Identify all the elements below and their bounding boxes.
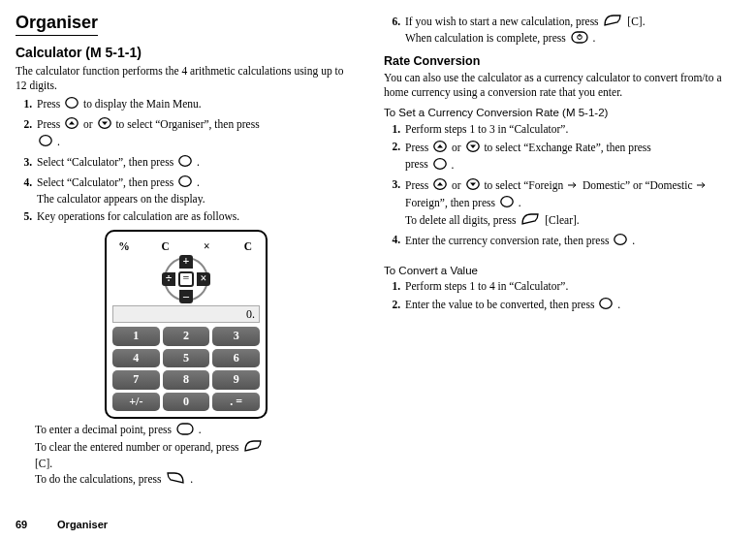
calc-top-cell: C — [154, 238, 177, 255]
menu-code: (M 5-1-2) — [562, 107, 608, 118]
section-heading-rate-conversion: Rate Conversion — [384, 53, 725, 69]
keypad-key: 3 — [212, 327, 260, 346]
text: . — [199, 425, 202, 436]
text: to display the Main Menu. — [83, 98, 202, 110]
text: When calculation is complete, press — [405, 32, 569, 44]
up-key-icon — [65, 116, 79, 134]
subnote-calculate: To do the calculations, press . — [35, 471, 357, 489]
text: . — [190, 473, 193, 485]
text: to select “Exchange Rate”, then press — [484, 141, 650, 152]
center-key-icon — [178, 154, 192, 172]
text: To clear the entered number or operand, … — [35, 441, 241, 453]
text: to select “Organiser”, then press — [115, 118, 259, 130]
text: or — [452, 141, 463, 152]
center-key-icon — [65, 96, 79, 113]
calculator-steps-continued: If you wish to start a new calculation, … — [384, 14, 725, 48]
center-key-icon — [178, 174, 192, 192]
text: to select “Foreign — [484, 178, 566, 190]
calc-top-cell: C — [236, 238, 260, 255]
keypad-key: 8 — [163, 370, 210, 390]
down-key-icon — [466, 177, 480, 195]
text: . — [519, 196, 521, 207]
subnote-decimal: To enter a decimal point, press . — [35, 423, 357, 439]
text: Press — [405, 141, 431, 152]
text: If you wish to start a new calculation, … — [405, 16, 601, 27]
subnote-clear: To clear the entered number or operand, … — [35, 439, 357, 471]
text: . — [197, 176, 200, 188]
center-key-icon — [614, 233, 627, 250]
pill-key-icon — [176, 423, 194, 439]
cross-left: ÷ — [162, 272, 175, 286]
text: Select “Calculator”, then press — [37, 176, 176, 188]
step-5: Key operations for calculation are as fo… — [35, 209, 357, 224]
subheading-set-rate: To Set a Currency Conversion Rate (M 5-1… — [384, 106, 725, 120]
text: . — [451, 158, 454, 170]
set-rate-step-1: Perform steps 1 to 3 in “Calculator”. — [403, 122, 725, 137]
cross-down: – — [179, 290, 193, 303]
convert-step-2: Enter the value to be converted, then pr… — [403, 297, 725, 314]
text: Press — [405, 178, 431, 190]
calc-nav-cross: + – ÷ × = — [164, 257, 208, 301]
set-rate-step-3: Press or to select “Foreign Domestic” or… — [403, 177, 725, 230]
heading-label: Calculator — [16, 45, 81, 60]
up-key-icon — [433, 140, 447, 157]
calc-keypad: 1 2 3 4 5 6 7 8 9 +/- 0 . = — [112, 327, 260, 411]
center-key-icon — [433, 157, 447, 174]
center-key-icon — [500, 195, 514, 212]
keypad-key: 5 — [163, 349, 210, 368]
text: Domestic” or “Domestic — [583, 178, 696, 190]
text: Foreign”, then press — [405, 196, 498, 207]
arrow-right-icon — [568, 178, 578, 193]
keypad-key: 1 — [112, 327, 160, 346]
text: To enter a decimal point, press — [35, 425, 174, 436]
keypad-key: 6 — [212, 349, 260, 368]
subheading-convert-value: To Convert a Value — [384, 264, 725, 278]
keypad-key: +/- — [112, 393, 160, 412]
down-key-icon — [98, 116, 111, 134]
text: [C]. — [627, 16, 645, 27]
keypad-key: 9 — [212, 370, 260, 390]
text: or — [83, 118, 95, 130]
keypad-key: . = — [212, 393, 260, 412]
page-section: Organiser — [57, 519, 108, 530]
center-key-icon — [39, 134, 52, 151]
end-key-icon — [571, 31, 588, 48]
calc-top-row: % C × C — [112, 238, 260, 255]
step-4-note: The calculator appears on the display. — [37, 192, 357, 206]
set-rate-steps: Perform steps 1 to 3 in “Calculator”. Pr… — [384, 122, 725, 250]
text: . — [197, 156, 200, 168]
up-key-icon — [433, 177, 447, 195]
set-rate-step-2: Press or to select “Exchange Rate”, then… — [403, 140, 725, 174]
down-key-icon — [466, 140, 480, 157]
calc-display: 0. — [112, 305, 260, 323]
subheading-label: To Set a Currency Conversion Rate — [384, 107, 559, 118]
intro-text: The calculator function performs the 4 a… — [16, 64, 357, 93]
step-2: Press or to select “Organiser”, then pre… — [35, 116, 357, 151]
text: Press — [37, 98, 63, 110]
keypad-key: 0 — [163, 393, 210, 412]
text: Enter the currency conversion rate, then… — [405, 234, 612, 245]
text: [Clear]. — [545, 213, 579, 225]
keypad-key: 2 — [163, 327, 210, 346]
cross-center: = — [178, 271, 194, 287]
step-3: Select “Calculator”, then press . — [35, 154, 357, 172]
text: . — [617, 299, 620, 310]
convert-step-1: Perform steps 1 to 4 in “Calculator”. — [403, 279, 725, 294]
step-6: If you wish to start a new calculation, … — [403, 14, 725, 48]
center-key-icon — [599, 297, 613, 314]
soft-right-key-icon — [243, 439, 263, 457]
text: . — [632, 234, 635, 245]
text: . — [57, 136, 60, 147]
step-1: Press to display the Main Menu. — [35, 96, 357, 113]
cross-up: + — [179, 255, 193, 269]
calc-subnotes: To enter a decimal point, press . To cle… — [35, 423, 357, 489]
text: Select “Calculator”, then press — [37, 156, 176, 168]
rate-conversion-intro: You can also use the calculator as a cur… — [384, 71, 725, 100]
text: or — [452, 178, 463, 190]
step-4: Select “Calculator”, then press . The ca… — [35, 174, 357, 206]
set-rate-step-4: Enter the currency conversion rate, then… — [403, 233, 725, 250]
text: . — [592, 32, 595, 44]
text: [C]. — [35, 458, 52, 469]
calc-top-cell: × — [195, 238, 218, 255]
calc-top-cell: % — [112, 238, 136, 255]
